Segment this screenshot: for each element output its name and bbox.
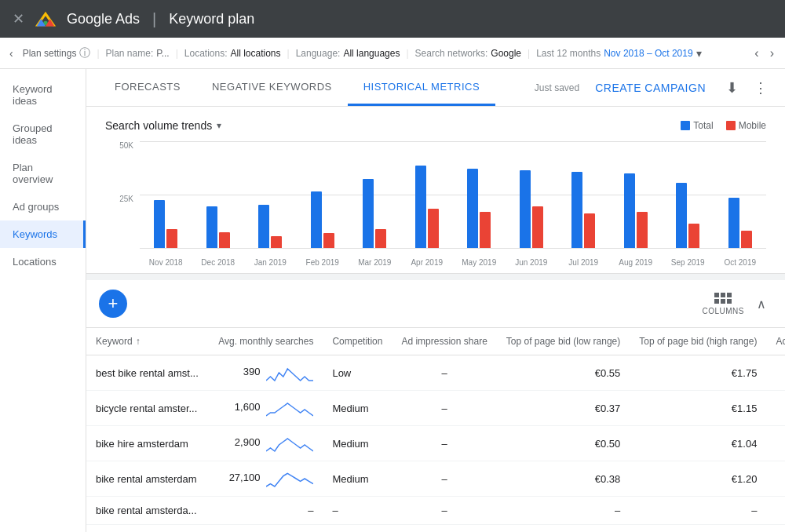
bar-total-0[interactable] bbox=[154, 200, 165, 248]
bar-total-6[interactable] bbox=[467, 169, 478, 248]
bar-mobile-8[interactable] bbox=[584, 213, 595, 248]
main-layout: Keyword ideas Grouped ideas Plan overvie… bbox=[0, 69, 785, 532]
bid-high-cell: €1.20 bbox=[630, 461, 766, 497]
table-section: + COLUMNS ∧ bbox=[86, 280, 785, 532]
sidebar-item-keywords[interactable]: Keywords bbox=[0, 220, 86, 248]
x-label-4: Mar 2019 bbox=[349, 258, 401, 267]
columns-button[interactable]: COLUMNS bbox=[702, 293, 744, 315]
close-icon[interactable]: ✕ bbox=[13, 10, 24, 27]
chart-header: Search volume trends ▾ Total Mobile bbox=[105, 119, 766, 132]
th-status[interactable]: Account status bbox=[766, 328, 785, 355]
bar-mobile-10[interactable] bbox=[688, 224, 699, 248]
locations-value: All locations bbox=[231, 48, 281, 59]
bar-total-2[interactable] bbox=[258, 205, 269, 248]
locations-item: Locations: All locations bbox=[184, 48, 281, 59]
bar-group-4 bbox=[349, 179, 401, 248]
bar-mobile-7[interactable] bbox=[532, 206, 543, 248]
chart-title-dropdown-icon[interactable]: ▾ bbox=[217, 120, 221, 131]
bar-total-3[interactable] bbox=[311, 191, 322, 248]
competition-cell: Medium bbox=[323, 426, 392, 461]
x-label-9: Aug 2019 bbox=[610, 258, 663, 267]
keyword-cell[interactable]: bike hire amsterdam bbox=[86, 426, 209, 461]
tab-historical-metrics[interactable]: HISTORICAL METRICS bbox=[348, 70, 495, 106]
date-range-item: Last 12 months Nov 2018 – Oct 2019 ▾ bbox=[536, 47, 701, 60]
nav-arrows: ‹ › bbox=[750, 43, 779, 64]
sidebar-item-plan-overview[interactable]: Plan overview bbox=[0, 154, 86, 193]
table-header-row: Keyword ↑ Avg. monthly searches Competit… bbox=[86, 328, 785, 355]
x-label-7: Jun 2019 bbox=[506, 258, 558, 267]
x-label-6: May 2019 bbox=[453, 258, 506, 267]
sidebar-item-ad-groups[interactable]: Ad groups bbox=[0, 193, 86, 220]
bar-total-7[interactable] bbox=[520, 170, 531, 248]
th-competition[interactable]: Competition bbox=[323, 328, 392, 355]
date-range-value[interactable]: Nov 2018 – Oct 2019 bbox=[604, 48, 692, 59]
bid-low-cell: €0.55 bbox=[497, 355, 630, 391]
separator-2: | bbox=[176, 48, 178, 59]
keyword-cell[interactable]: best bike rental amst... bbox=[86, 355, 209, 391]
bar-mobile-9[interactable] bbox=[637, 212, 648, 248]
legend-total: Total bbox=[681, 120, 713, 131]
th-keyword[interactable]: Keyword ↑ bbox=[86, 328, 209, 355]
sort-icon: ↑ bbox=[136, 336, 141, 347]
collapse-icon[interactable]: ∧ bbox=[750, 293, 772, 315]
bar-mobile-11[interactable] bbox=[741, 231, 752, 248]
th-bid-high[interactable]: Top of page bid (high range) bbox=[630, 328, 766, 355]
keyword-cell[interactable]: cycle hire amsterdam bbox=[86, 525, 209, 533]
impression-cell: – bbox=[392, 497, 496, 525]
bar-total-10[interactable] bbox=[676, 183, 687, 248]
date-dropdown-icon[interactable]: ▾ bbox=[696, 47, 702, 60]
sidebar-item-keyword-ideas[interactable]: Keyword ideas bbox=[0, 75, 86, 115]
tab-negative-keywords[interactable]: NEGATIVE KEYWORDS bbox=[196, 70, 348, 106]
th-bid-low[interactable]: Top of page bid (low range) bbox=[497, 328, 630, 355]
th-impression[interactable]: Ad impression share bbox=[392, 328, 496, 355]
bar-mobile-6[interactable] bbox=[480, 212, 491, 248]
prev-arrow[interactable]: ‹ bbox=[750, 43, 763, 64]
next-arrow[interactable]: › bbox=[765, 43, 779, 64]
bar-total-5[interactable] bbox=[415, 166, 426, 248]
tab-forecasts[interactable]: FORECASTS bbox=[99, 70, 196, 106]
searches-cell: 1,600 bbox=[209, 391, 323, 426]
legend-total-label: Total bbox=[693, 120, 713, 131]
bar-mobile-5[interactable] bbox=[428, 209, 439, 248]
network-label: Search networks: bbox=[415, 48, 488, 59]
columns-label: COLUMNS bbox=[702, 307, 744, 315]
sidebar-item-locations[interactable]: Locations bbox=[0, 248, 86, 275]
bar-group-10 bbox=[662, 183, 714, 248]
keyword-cell[interactable]: bike rental amsterdam bbox=[86, 461, 209, 497]
sparkline-2 bbox=[266, 434, 313, 453]
bar-mobile-1[interactable] bbox=[219, 232, 230, 248]
sub-header-back-arrow[interactable]: ‹ bbox=[6, 44, 16, 63]
keyword-cell[interactable]: bicycle rental amster... bbox=[86, 391, 209, 426]
brand-name: Google Ads bbox=[67, 11, 140, 27]
bar-total-8[interactable] bbox=[571, 172, 582, 248]
more-options-icon[interactable]: ⋮ bbox=[749, 75, 772, 101]
download-icon[interactable]: ⬇ bbox=[721, 75, 743, 101]
bars-row bbox=[140, 141, 766, 248]
bar-total-11[interactable] bbox=[728, 198, 739, 248]
chart-area: 50K 25K Nov 2018Dec 2018Jan 201 bbox=[105, 141, 766, 267]
plan-name-item: Plan name: P... bbox=[106, 48, 170, 59]
bar-mobile-2[interactable] bbox=[271, 236, 282, 248]
bar-mobile-4[interactable] bbox=[375, 229, 386, 248]
sidebar-item-grouped-ideas[interactable]: Grouped ideas bbox=[0, 115, 86, 154]
bar-total-1[interactable] bbox=[206, 206, 217, 248]
keyword-cell[interactable]: bike rental amsterda... bbox=[86, 497, 209, 525]
plan-settings-item: Plan settings ⓘ bbox=[23, 46, 91, 60]
x-label-10: Sep 2019 bbox=[662, 258, 714, 267]
bar-mobile-0[interactable] bbox=[166, 229, 177, 248]
bar-total-9[interactable] bbox=[624, 173, 635, 248]
sidebar-item-label: Keywords bbox=[13, 228, 57, 240]
x-label-0: Nov 2018 bbox=[140, 258, 192, 267]
main-content: FORECASTS NEGATIVE KEYWORDS HISTORICAL M… bbox=[86, 69, 785, 532]
bid-low-cell: €0.37 bbox=[497, 391, 630, 426]
sidebar-item-label: Plan overview bbox=[13, 162, 73, 185]
th-searches[interactable]: Avg. monthly searches bbox=[209, 328, 323, 355]
add-keyword-button[interactable]: + bbox=[99, 290, 127, 318]
locations-label: Locations: bbox=[184, 48, 228, 59]
bar-total-4[interactable] bbox=[363, 179, 374, 248]
chart-title[interactable]: Search volume trends bbox=[105, 119, 212, 132]
create-campaign-button[interactable]: CREATE CAMPAIGN bbox=[586, 75, 715, 100]
bar-mobile-3[interactable] bbox=[323, 233, 334, 248]
bar-group-2 bbox=[244, 205, 297, 248]
plan-settings-label[interactable]: Plan settings bbox=[23, 48, 77, 59]
